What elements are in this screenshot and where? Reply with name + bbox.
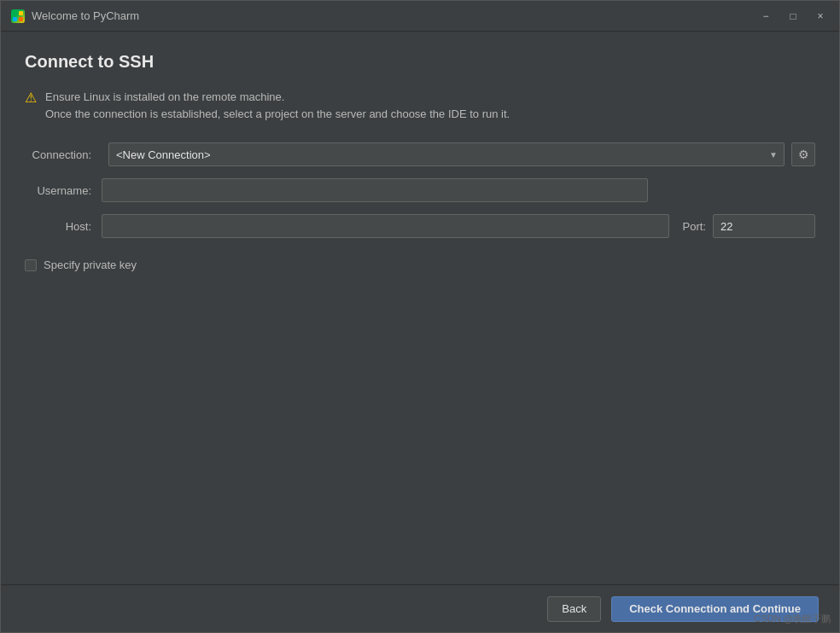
info-box: ⚠ Ensure Linux is installed on the remot… [25,89,815,122]
connection-row: Connection: <New Connection> ▼ ⚙ [25,142,815,166]
connection-select-wrapper: <New Connection> ▼ [108,142,785,166]
username-input[interactable] [102,178,648,202]
connection-select[interactable]: <New Connection> [108,142,785,166]
svg-rect-2 [13,17,17,21]
dialog-content: Connect to SSH ⚠ Ensure Linux is install… [1,32,839,584]
info-text: Ensure Linux is installed on the remote … [45,89,510,122]
window-title: Welcome to PyCharm [32,9,139,22]
minimize-button[interactable]: − [754,6,778,26]
svg-rect-0 [13,11,17,15]
host-port-row: Host: Port: [25,214,815,238]
host-label: Host: [25,220,102,233]
connection-label: Connection: [25,148,102,161]
title-bar-left: Welcome to PyCharm [11,9,139,23]
port-input[interactable] [713,214,815,238]
close-button[interactable]: × [808,6,832,26]
port-label: Port: [683,220,706,233]
main-window: Welcome to PyCharm − □ × Connect to SSH … [0,0,840,633]
svg-rect-3 [19,17,23,21]
form-section: Connection: <New Connection> ▼ ⚙ Usernam… [25,142,815,564]
info-line1: Ensure Linux is installed on the remote … [45,89,510,106]
pycharm-icon [11,9,25,23]
footer: Back Check Connection and Continue [1,584,839,632]
back-button[interactable]: Back [547,596,601,622]
svg-rect-1 [19,11,23,15]
window-controls: − □ × [754,6,832,26]
watermark: CSDN @唤醒于鹏 [755,613,831,625]
host-input[interactable] [102,214,669,238]
title-bar: Welcome to PyCharm − □ × [1,1,839,32]
private-key-checkbox[interactable] [25,259,37,271]
maximize-button[interactable]: □ [781,6,805,26]
private-key-row: Specify private key [25,258,815,271]
info-line2: Once the connection is established, sele… [45,106,510,123]
username-row: Username: [25,178,815,202]
warning-icon: ⚠ [25,90,37,106]
page-title: Connect to SSH [25,52,815,72]
private-key-label[interactable]: Specify private key [44,258,137,271]
port-section: Port: [683,214,815,238]
username-label: Username: [25,184,102,197]
settings-gear-button[interactable]: ⚙ [791,142,815,166]
